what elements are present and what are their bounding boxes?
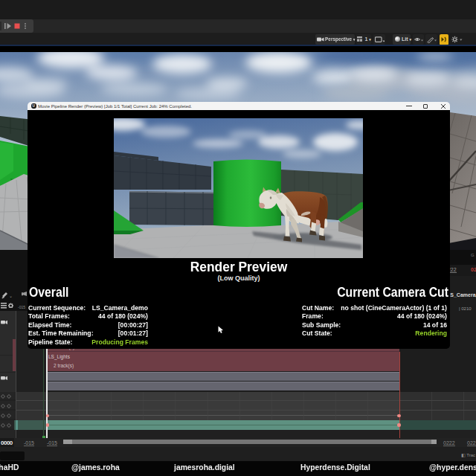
svg-text:⌄: ⌄ <box>9 294 13 298</box>
